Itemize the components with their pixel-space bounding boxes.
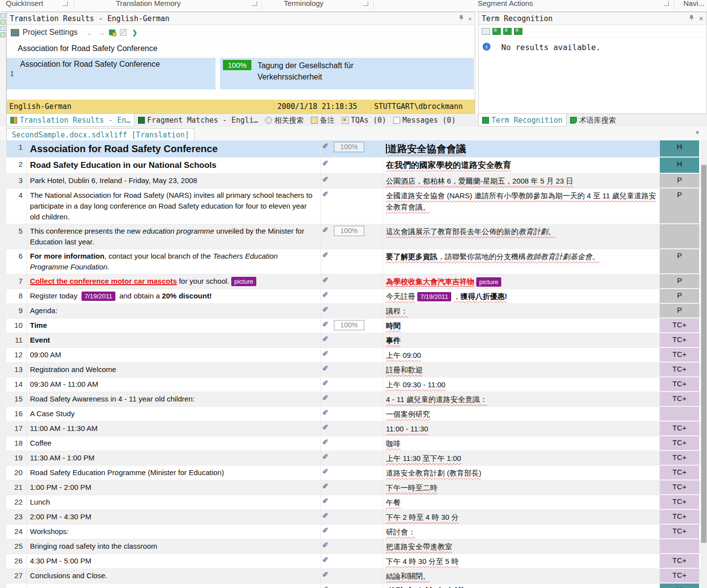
target-cell[interactable]: 上午 11:30 至下午 1:00 (383, 451, 660, 465)
segment-row[interactable]: 8Register today 7/19/2011 and obtain a 2… (6, 289, 701, 304)
target-cell[interactable]: 4 - 11 歲兒童的道路安全意識： (383, 392, 660, 406)
scrollbar-thumb[interactable] (701, 165, 707, 543)
source-cell[interactable]: Association for Road Safety Conference (27, 140, 321, 157)
segment-row[interactable]: 9Agenda:✐議程：P (6, 304, 701, 319)
tab-messages[interactable]: Messages (0) (390, 114, 459, 127)
target-cell[interactable]: 事件 (383, 333, 660, 347)
segment-row[interactable]: 3Park Hotel, Dublin 6, Ireland - Friday,… (6, 174, 701, 188)
source-cell[interactable]: 09:00 AM (27, 348, 321, 362)
segment-row[interactable]: 1711:00 AM - 11:30 AM✐11:00 - 11:30TC+ (6, 422, 701, 436)
dialog-launcher-icon[interactable] (664, 1, 669, 6)
source-cell[interactable]: A Case Study (27, 407, 321, 421)
tab-termbase-search[interactable]: 术语库搜索 (567, 114, 620, 127)
source-cell[interactable]: Association for Road Safety Conference (27, 584, 321, 588)
segment-row[interactable]: 13Registration and Welcome✐註冊和歡迎TC+ (6, 363, 701, 377)
hitlist-settings-icon[interactable] (503, 28, 512, 35)
target-cell[interactable]: 11:00 - 11:30 (383, 422, 660, 436)
source-cell[interactable]: Workshops: (27, 525, 321, 539)
segment-row[interactable]: 18Coffee✐咖啡TC+ (6, 436, 701, 451)
segment-row[interactable]: 10Time✐100%時間TC+ (6, 319, 701, 333)
close-icon[interactable]: ✕ (468, 15, 472, 22)
source-cell[interactable]: 4:30 PM - 5:00 PM (27, 554, 321, 568)
segment-row[interactable]: 6For more information, contact your loca… (6, 249, 701, 274)
segment-row[interactable]: 20Road Safety Education Programme (Minis… (6, 466, 701, 481)
target-cell[interactable]: 要了解更多資訊，請聯繫你當地的分支機構教師教育計劃基金會。 (383, 249, 660, 274)
previous-match-icon[interactable]: ← (86, 28, 94, 37)
view-term-details-icon[interactable] (482, 28, 490, 35)
target-cell[interactable]: 道路安全教育計劃 (教育部長) (383, 466, 660, 480)
project-settings-button[interactable]: Project Settings (23, 28, 78, 37)
target-cell[interactable]: 下午一時至二時 (383, 481, 660, 495)
target-cell[interactable]: 一個案例研究 (383, 407, 660, 421)
source-cell[interactable]: Bringing road safety into the classroom (27, 539, 321, 554)
next-match-icon[interactable]: → (98, 28, 105, 37)
target-cell[interactable]: 今天註冊7/19/2011，獲得八折優惠! (383, 289, 660, 303)
target-cell[interactable]: 議程： (383, 304, 660, 318)
close-icon[interactable]: ✕ (699, 15, 704, 22)
segment-row[interactable]: 25Bringing road safety into the classroo… (6, 539, 701, 554)
tab-list-dropdown-icon[interactable]: ▼ (695, 130, 700, 135)
source-cell[interactable]: Registration and Welcome (27, 363, 321, 377)
termbase-viewer-icon[interactable] (514, 28, 522, 35)
source-cell[interactable]: For more information, contact your local… (27, 249, 321, 274)
segment-row[interactable]: 1209:00 AM✐上午 09:00TC+ (6, 348, 701, 363)
source-cell[interactable]: 11:30 AM - 1:00 PM (27, 451, 321, 465)
source-cell[interactable]: 1:00 PM - 2:00 PM (27, 481, 321, 495)
target-cell[interactable]: 上午 09:30 - 11:00 (383, 377, 660, 392)
tab-translation-results[interactable]: Translation Results - En… (6, 114, 135, 127)
pin-icon[interactable] (459, 15, 463, 22)
more-options-chevron-icon[interactable]: ❯ (132, 29, 137, 36)
tab-fragment-matches[interactable]: Fragment Matches - Engli… (135, 114, 262, 127)
segment-row[interactable]: 1911:30 AM - 1:00 PM✐上午 11:30 至下午 1:00TC… (6, 451, 701, 466)
dialog-launcher-icon[interactable] (252, 1, 257, 6)
segment-row[interactable]: 24Workshops:✐研討會：TC+ (6, 525, 701, 539)
apply-translation-icon[interactable] (109, 29, 115, 35)
segment-row[interactable]: 15Road Safety Awareness in 4 - 11 year o… (6, 392, 701, 407)
dialog-launcher-icon[interactable] (363, 1, 368, 6)
target-cell[interactable]: 在我們的國家學校的道路安全教育 (383, 158, 660, 173)
target-cell[interactable]: 這次會議展示了教育部長去年公佈的新的教育計劃。 (383, 224, 660, 249)
source-cell[interactable]: Lunch (27, 495, 321, 509)
source-cell[interactable]: Event (27, 333, 321, 347)
target-cell[interactable]: 全國道路安全協會 (NARS) 邀請所有小學教師參加為期一天的 4 至 11 歲… (383, 188, 660, 224)
pin-icon[interactable] (689, 15, 694, 22)
tm-match-row[interactable]: 1 Association for Road Safety Conference… (7, 57, 475, 100)
segment-row[interactable]: 264:30 PM - 5:00 PM✐下午 4 時 30 分至 5 時TC+ (6, 554, 701, 569)
segment-row[interactable]: 7Collect the conference motor car mascot… (6, 274, 701, 289)
dialog-launcher-icon[interactable] (63, 1, 68, 6)
segment-row[interactable]: 28Association for Road Safety Conference… (6, 584, 701, 588)
source-cell[interactable]: Road Safety Education Programme (Ministe… (27, 466, 321, 480)
target-cell[interactable]: 為學校收集大會汽車吉祥物picture (383, 274, 660, 289)
target-cell[interactable]: 時間 (383, 319, 660, 333)
target-cell[interactable]: 咖啡 (383, 436, 660, 451)
source-cell[interactable]: Road Safety Education in our National Sc… (27, 158, 321, 173)
segment-row[interactable]: 27Conclusions and Close.✐結論和關閉。TC+ (6, 569, 701, 584)
segment-row[interactable]: 16A Case Study✐一個案例研究 (6, 407, 701, 422)
segment-row[interactable]: 4The National Association for Road Safet… (6, 188, 701, 224)
segment-row[interactable]: 211:00 PM - 2:00 PM✐下午一時至二時TC+ (6, 481, 701, 495)
segment-row[interactable]: 232:00 PM - 4:30 PM✐下午 2 時至 4 時 30 分TC+ (6, 510, 701, 525)
source-cell[interactable]: Register today 7/19/2011 and obtain a 20… (27, 289, 321, 303)
vertical-scrollbar[interactable] (701, 140, 707, 588)
segment-row[interactable]: 1Association for Road Safety Conference✐… (6, 140, 701, 158)
target-cell[interactable]: 午餐 (383, 495, 660, 509)
source-cell[interactable]: 11:00 AM - 11:30 AM (27, 422, 321, 436)
target-cell[interactable]: 下午 2 時至 4 時 30 分 (383, 510, 660, 524)
source-cell[interactable]: Time (27, 319, 321, 333)
target-cell[interactable]: 上午 09:00 (383, 348, 660, 362)
target-cell[interactable]: 研討會： (383, 525, 660, 539)
source-cell[interactable]: This conference presents the new educati… (27, 224, 321, 249)
source-cell[interactable]: Park Hotel, Dublin 6, Ireland - Friday, … (27, 174, 321, 188)
target-cell[interactable]: 下午 4 時 30 分至 5 時 (383, 554, 660, 568)
target-cell[interactable]: 道路安全協會會議 (383, 584, 660, 588)
target-cell[interactable]: 把道路安全帶進教室 (383, 539, 660, 554)
source-cell[interactable]: 2:00 PM - 4:30 PM (27, 510, 321, 524)
collapsed-panel-strip[interactable] (0, 12, 6, 116)
tab-tqa[interactable]: TQAs (0) (338, 114, 390, 127)
target-cell[interactable]: 道路安全協會會議 (383, 140, 660, 157)
target-cell[interactable]: 註冊和歡迎 (383, 363, 660, 377)
target-cell[interactable]: 結論和關閉。 (383, 569, 660, 583)
target-cell[interactable]: 公園酒店，都柏林 6，愛爾蘭-星期五，2008 年 5 月 23 日 (383, 174, 660, 188)
tab-term-recognition[interactable]: Term Recognition (478, 114, 567, 127)
source-cell[interactable]: 09:30 AM - 11:00 AM (27, 377, 321, 392)
